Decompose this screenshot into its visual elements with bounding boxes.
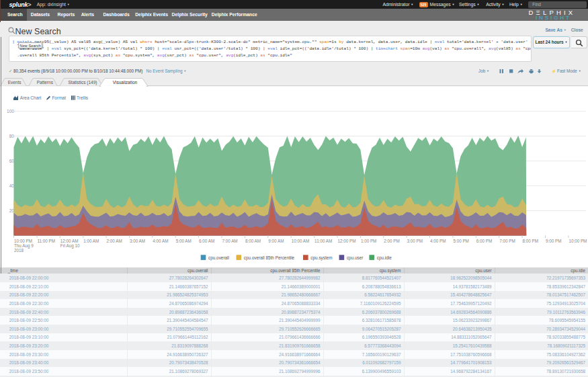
svg-text:9:00 PM: 9:00 PM	[546, 239, 561, 243]
svg-text:5:00 AM: 5:00 AM	[176, 239, 192, 243]
svg-text:11:00 AM: 11:00 AM	[314, 239, 332, 243]
svg-text:1:00 PM: 1:00 PM	[361, 239, 376, 243]
svg-text:10:00 AM: 10:00 AM	[292, 239, 310, 243]
svg-text:100: 100	[7, 109, 14, 114]
svg-text:2:00 AM: 2:00 AM	[107, 239, 122, 243]
svg-text:12:00 PM: 12:00 PM	[338, 239, 356, 243]
svg-text:8:00 PM: 8:00 PM	[523, 239, 538, 243]
svg-text:7:00 PM: 7:00 PM	[499, 239, 515, 243]
svg-text:3:00 AM: 3:00 AM	[130, 239, 145, 243]
svg-text:2:00 PM: 2:00 PM	[384, 239, 399, 243]
svg-text:80: 80	[9, 134, 15, 138]
svg-text:6:00 AM: 6:00 AM	[199, 239, 214, 243]
svg-text:11:00 PM: 11:00 PM	[37, 239, 55, 243]
svg-text:1:00 AM: 1:00 AM	[83, 239, 99, 243]
svg-text:cpu.overall 85th Percentile: cpu.overall 85th Percentile	[244, 255, 295, 261]
svg-text:cpu.user: cpu.user	[347, 255, 364, 261]
svg-text:3:00 PM: 3:00 PM	[407, 239, 423, 243]
svg-text:7:00 AM: 7:00 AM	[222, 239, 238, 243]
svg-text:60: 60	[9, 159, 15, 163]
svg-text:12:00 AM: 12:00 AM	[60, 239, 79, 243]
svg-text:8:00 AM: 8:00 AM	[245, 239, 261, 243]
svg-text:10:00 PM: 10:00 PM	[569, 239, 587, 243]
svg-text:4:00 AM: 4:00 AM	[153, 239, 168, 243]
svg-text:20: 20	[9, 208, 15, 213]
svg-text:4:00 PM: 4:00 PM	[430, 239, 446, 243]
svg-text:cpu.idle: cpu.idle	[377, 255, 392, 261]
svg-text:6:00 PM: 6:00 PM	[476, 239, 492, 243]
svg-text:cpu.system: cpu.system	[310, 255, 332, 261]
svg-text:5:00 PM: 5:00 PM	[453, 239, 468, 243]
svg-text:Fri Aug 10: Fri Aug 10	[60, 243, 80, 249]
svg-text:9:00 AM: 9:00 AM	[268, 239, 284, 243]
svg-text:10:00 PM: 10:00 PM	[14, 239, 32, 243]
svg-text:2018: 2018	[14, 248, 24, 253]
svg-text:cpu.overall: cpu.overall	[208, 255, 229, 261]
svg-text:40: 40	[9, 183, 15, 188]
